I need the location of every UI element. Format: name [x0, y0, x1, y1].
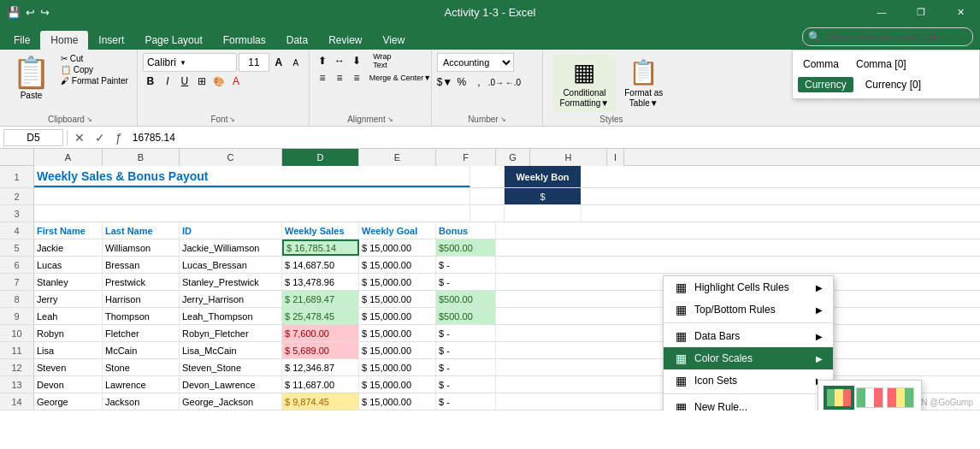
cell-D11[interactable]: $ 5,689.00: [282, 342, 359, 358]
cell-G1[interactable]: [470, 166, 505, 187]
icon-sets-item[interactable]: ▦ Icon Sets ▶: [664, 369, 833, 392]
align-center-button[interactable]: ≡: [332, 70, 347, 86]
cell-E9[interactable]: $ 15,000.00: [359, 308, 436, 324]
cell-D7[interactable]: $ 13,478.96: [282, 274, 359, 290]
col-header-H[interactable]: H: [530, 149, 607, 166]
paste-button[interactable]: 📋 Paste: [9, 53, 54, 102]
cell-E6[interactable]: $ 15,000.00: [359, 257, 436, 273]
cell-C10[interactable]: Robyn_Fletcher: [180, 325, 282, 341]
tab-page-layout[interactable]: Page Layout: [134, 31, 212, 50]
tab-file[interactable]: File: [3, 31, 40, 50]
cell-A5[interactable]: Jackie: [34, 239, 103, 256]
cell-E8[interactable]: $ 15,000.00: [359, 291, 436, 307]
cell-D12[interactable]: $ 12,346.87: [282, 359, 359, 375]
cell-F9[interactable]: $500.00: [436, 308, 496, 324]
cell-E11[interactable]: $ 15,000.00: [359, 342, 436, 358]
currency-button[interactable]: $▼: [437, 74, 452, 90]
cell-A14[interactable]: George: [34, 393, 103, 410]
tell-me-input[interactable]: 🔍 Tell me what you want to do: [802, 27, 973, 46]
alignment-expand-icon[interactable]: ↘: [387, 115, 393, 123]
col-header-C[interactable]: C: [180, 149, 282, 166]
redo-icon[interactable]: ↪: [40, 6, 50, 19]
cell-B9[interactable]: Thompson: [103, 308, 180, 324]
cell-F11[interactable]: $ -: [436, 342, 496, 358]
col-header-A[interactable]: A: [34, 149, 103, 166]
tab-data[interactable]: Data: [276, 31, 318, 50]
fill-color-button[interactable]: 🎨: [211, 74, 227, 89]
cell-C8[interactable]: Jerry_Harrison: [180, 291, 282, 307]
cell-C6[interactable]: Lucas_Bressan: [180, 257, 282, 273]
tab-formulas[interactable]: Formulas: [213, 31, 276, 50]
top-bottom-rules-item[interactable]: ▦ Top/Bottom Rules ▶: [664, 298, 833, 321]
cell-C11[interactable]: Lisa_McCain: [180, 342, 282, 358]
cell-F7[interactable]: $ -: [436, 274, 496, 290]
cell-reference-input[interactable]: [3, 129, 63, 146]
cell-A2[interactable]: [34, 188, 470, 204]
format-as-table-button[interactable]: 📋 Format asTable▼: [617, 55, 670, 112]
align-bottom-button[interactable]: ⬇: [349, 53, 364, 68]
cell-B7[interactable]: Prestwick: [103, 274, 180, 290]
font-name-selector[interactable]: Calibri ▼: [143, 53, 237, 72]
insert-function-button[interactable]: ƒ: [112, 131, 126, 145]
col-header-E[interactable]: E: [359, 149, 436, 166]
copy-button[interactable]: 📋 Copy: [57, 64, 132, 75]
col-header-B[interactable]: B: [103, 149, 180, 166]
cell-A12[interactable]: Steven: [34, 359, 103, 375]
color-scales-item[interactable]: ▦ Color Scales ▶: [664, 347, 833, 369]
cell-E5[interactable]: $ 15,000.00: [359, 239, 436, 256]
col-header-I[interactable]: I: [607, 149, 624, 166]
color-scale-item-3[interactable]: [887, 387, 914, 408]
comma-style-item[interactable]: Comma: [798, 56, 844, 73]
number-expand-icon[interactable]: ↘: [500, 115, 506, 123]
cell-E13[interactable]: $ 15,000.00: [359, 376, 436, 393]
cell-B13[interactable]: Lawrence: [103, 376, 180, 393]
cell-A7[interactable]: Stanley: [34, 274, 103, 290]
cell-A6[interactable]: Lucas: [34, 257, 103, 273]
formula-input[interactable]: [129, 132, 977, 144]
data-bars-item[interactable]: ▦ Data Bars ▶: [664, 325, 833, 347]
color-scale-item-1[interactable]: [825, 387, 853, 408]
cell-A8[interactable]: Jerry: [34, 291, 103, 307]
number-format-selector[interactable]: Accounting: [437, 53, 514, 72]
col-header-F[interactable]: F: [436, 149, 496, 166]
cell-A1[interactable]: Weekly Sales & Bonus Payout: [34, 166, 470, 187]
cell-B10[interactable]: Fletcher: [103, 325, 180, 341]
cell-D6[interactable]: $ 14,687.50: [282, 257, 359, 273]
cell-D8[interactable]: $ 21,689.47: [282, 291, 359, 307]
merge-center-button[interactable]: Merge & Center▼: [375, 70, 426, 86]
align-left-button[interactable]: ≡: [315, 70, 330, 86]
italic-button[interactable]: I: [160, 74, 175, 89]
color-scale-item-2[interactable]: [856, 387, 883, 408]
wrap-text-button[interactable]: Wrap Text: [375, 53, 390, 68]
cell-C7[interactable]: Stanley_Prestwick: [180, 274, 282, 290]
conditional-formatting-button[interactable]: ▦ ConditionalFormatting▼: [553, 55, 617, 112]
percent-button[interactable]: %: [454, 74, 469, 90]
cell-E4[interactable]: Weekly Goal: [359, 222, 436, 239]
cell-B8[interactable]: Harrison: [103, 291, 180, 307]
comma-button[interactable]: ,: [471, 74, 487, 90]
restore-button[interactable]: ❐: [901, 0, 941, 24]
highlight-cells-rules-item[interactable]: ▦ Highlight Cells Rules ▶: [664, 276, 833, 298]
cell-D14[interactable]: $ 9,874.45: [282, 393, 359, 410]
cancel-formula-button[interactable]: ✕: [71, 131, 88, 145]
align-top-button[interactable]: ⬆: [315, 53, 330, 68]
cell-F12[interactable]: $ -: [436, 359, 496, 375]
decrease-decimal-button[interactable]: .0→: [488, 74, 504, 90]
cell-B12[interactable]: Stone: [103, 359, 180, 375]
align-right-button[interactable]: ≡: [349, 70, 364, 86]
cut-button[interactable]: ✂ Cut: [57, 53, 132, 64]
cell-E14[interactable]: $ 15,000.00: [359, 393, 436, 410]
cell-H1[interactable]: Weekly Bon: [505, 166, 582, 187]
cell-F5[interactable]: $500.00: [436, 239, 496, 256]
cell-E7[interactable]: $ 15,000.00: [359, 274, 436, 290]
minimize-button[interactable]: —: [862, 0, 901, 24]
col-header-D[interactable]: D: [282, 149, 359, 166]
font-expand-icon[interactable]: ↘: [229, 115, 235, 123]
cell-A9[interactable]: Leah: [34, 308, 103, 324]
cell-F8[interactable]: $500.00: [436, 291, 496, 307]
cell-E10[interactable]: $ 15,000.00: [359, 325, 436, 341]
tab-insert[interactable]: Insert: [88, 31, 134, 50]
format-painter-button[interactable]: 🖌 Format Painter: [57, 75, 132, 86]
underline-button[interactable]: U: [177, 74, 192, 89]
cell-F4[interactable]: Bonus: [436, 222, 496, 239]
